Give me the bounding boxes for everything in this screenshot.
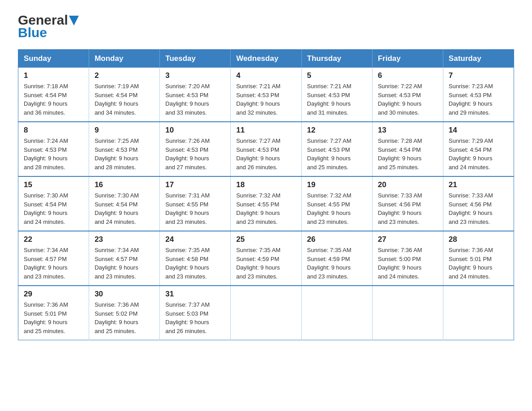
day-number: 24 [165,235,225,244]
day-info: Sunrise: 7:27 AMSunset: 4:53 PMDaylight:… [307,137,352,171]
day-number: 11 [236,126,296,135]
day-info: Sunrise: 7:32 AMSunset: 4:55 PMDaylight:… [236,192,280,225]
calendar-cell: 19 Sunrise: 7:32 AMSunset: 4:55 PMDaylig… [301,176,372,231]
calendar-cell: 15 Sunrise: 7:30 AMSunset: 4:54 PMDaylig… [18,176,89,231]
calendar-cell: 4 Sunrise: 7:21 AMSunset: 4:53 PMDayligh… [231,68,301,122]
day-info: Sunrise: 7:21 AMSunset: 4:53 PMDaylight:… [307,83,352,116]
calendar-cell: 18 Sunrise: 7:32 AMSunset: 4:55 PMDaylig… [231,176,301,231]
column-header-wednesday: Wednesday [231,50,301,68]
calendar-week-row: 22 Sunrise: 7:34 AMSunset: 4:57 PMDaylig… [18,231,514,286]
day-number: 17 [165,180,225,189]
day-info: Sunrise: 7:20 AMSunset: 4:53 PMDaylight:… [165,83,210,116]
day-number: 2 [94,71,154,80]
day-info: Sunrise: 7:27 AMSunset: 4:53 PMDaylight:… [236,137,280,171]
calendar-cell: 24 Sunrise: 7:35 AMSunset: 4:58 PMDaylig… [160,231,231,286]
day-number: 4 [236,71,296,80]
calendar-cell: 29 Sunrise: 7:36 AMSunset: 5:01 PMDaylig… [18,286,89,340]
day-info: Sunrise: 7:33 AMSunset: 4:56 PMDaylight:… [378,192,422,225]
calendar-cell: 30 Sunrise: 7:36 AMSunset: 5:02 PMDaylig… [89,286,160,340]
day-number: 3 [165,71,225,80]
calendar-cell: 22 Sunrise: 7:34 AMSunset: 4:57 PMDaylig… [18,231,89,286]
column-header-tuesday: Tuesday [160,50,231,68]
day-info: Sunrise: 7:33 AMSunset: 4:56 PMDaylight:… [449,192,493,225]
day-info: Sunrise: 7:22 AMSunset: 4:53 PMDaylight:… [378,83,422,116]
day-info: Sunrise: 7:36 AMSunset: 5:01 PMDaylight:… [449,247,493,280]
calendar-cell: 8 Sunrise: 7:24 AMSunset: 4:53 PMDayligh… [18,122,89,176]
day-info: Sunrise: 7:21 AMSunset: 4:53 PMDaylight:… [236,83,280,116]
calendar-cell: 2 Sunrise: 7:19 AMSunset: 4:54 PMDayligh… [89,68,160,122]
day-info: Sunrise: 7:26 AMSunset: 4:53 PMDaylight:… [165,137,210,171]
calendar-cell: 20 Sunrise: 7:33 AMSunset: 4:56 PMDaylig… [372,176,443,231]
column-header-thursday: Thursday [301,50,372,68]
calendar-cell: 23 Sunrise: 7:34 AMSunset: 4:57 PMDaylig… [89,231,160,286]
day-info: Sunrise: 7:29 AMSunset: 4:54 PMDaylight:… [449,137,493,171]
day-number: 19 [307,180,367,189]
day-number: 8 [24,126,83,135]
day-number: 12 [307,126,367,135]
logo-blue: Blue [18,25,47,40]
day-number: 15 [24,180,83,189]
day-number: 7 [449,71,508,80]
calendar-cell [443,286,514,340]
calendar-cell: 26 Sunrise: 7:35 AMSunset: 4:59 PMDaylig… [301,231,372,286]
calendar-cell: 11 Sunrise: 7:27 AMSunset: 4:53 PMDaylig… [231,122,301,176]
day-info: Sunrise: 7:24 AMSunset: 4:53 PMDaylight:… [24,137,68,171]
day-info: Sunrise: 7:34 AMSunset: 4:57 PMDaylight:… [24,247,68,280]
logo: General Blue [18,13,79,40]
svg-marker-0 [69,16,79,26]
calendar-cell: 17 Sunrise: 7:31 AMSunset: 4:55 PMDaylig… [160,176,231,231]
calendar-cell: 14 Sunrise: 7:29 AMSunset: 4:54 PMDaylig… [443,122,514,176]
day-info: Sunrise: 7:19 AMSunset: 4:54 PMDaylight:… [94,83,139,116]
page-header: General Blue [18,13,514,40]
day-number: 9 [94,126,154,135]
calendar-cell: 9 Sunrise: 7:25 AMSunset: 4:53 PMDayligh… [89,122,160,176]
day-info: Sunrise: 7:31 AMSunset: 4:55 PMDaylight:… [165,192,210,225]
column-header-friday: Friday [372,50,443,68]
calendar-table: SundayMondayTuesdayWednesdayThursdayFrid… [18,49,514,340]
calendar-week-row: 1 Sunrise: 7:18 AMSunset: 4:54 PMDayligh… [18,68,514,122]
day-info: Sunrise: 7:28 AMSunset: 4:54 PMDaylight:… [378,137,422,171]
day-number: 10 [165,126,225,135]
calendar-cell [372,286,443,340]
day-number: 28 [449,235,508,244]
calendar-week-row: 15 Sunrise: 7:30 AMSunset: 4:54 PMDaylig… [18,176,514,231]
day-number: 26 [307,235,367,244]
day-info: Sunrise: 7:34 AMSunset: 4:57 PMDaylight:… [94,247,139,280]
calendar-cell [231,286,301,340]
calendar-cell: 27 Sunrise: 7:36 AMSunset: 5:00 PMDaylig… [372,231,443,286]
day-info: Sunrise: 7:23 AMSunset: 4:53 PMDaylight:… [449,83,493,116]
day-number: 23 [94,235,154,244]
day-number: 1 [24,71,83,80]
day-number: 5 [307,71,367,80]
day-number: 16 [94,180,154,189]
calendar-week-row: 8 Sunrise: 7:24 AMSunset: 4:53 PMDayligh… [18,122,514,176]
logo-triangle-icon [69,16,79,26]
day-info: Sunrise: 7:35 AMSunset: 4:59 PMDaylight:… [307,247,352,280]
day-info: Sunrise: 7:18 AMSunset: 4:54 PMDaylight:… [24,83,68,116]
calendar-cell: 7 Sunrise: 7:23 AMSunset: 4:53 PMDayligh… [443,68,514,122]
day-number: 21 [449,180,508,189]
calendar-cell: 28 Sunrise: 7:36 AMSunset: 5:01 PMDaylig… [443,231,514,286]
day-number: 20 [378,180,438,189]
calendar-cell: 5 Sunrise: 7:21 AMSunset: 4:53 PMDayligh… [301,68,372,122]
day-info: Sunrise: 7:25 AMSunset: 4:53 PMDaylight:… [94,137,139,171]
day-number: 30 [94,290,154,299]
day-number: 6 [378,71,438,80]
calendar-cell: 3 Sunrise: 7:20 AMSunset: 4:53 PMDayligh… [160,68,231,122]
day-info: Sunrise: 7:36 AMSunset: 5:00 PMDaylight:… [378,247,422,280]
day-info: Sunrise: 7:30 AMSunset: 4:54 PMDaylight:… [94,192,139,225]
calendar-cell: 21 Sunrise: 7:33 AMSunset: 4:56 PMDaylig… [443,176,514,231]
day-number: 14 [449,126,508,135]
day-number: 25 [236,235,296,244]
column-header-saturday: Saturday [443,50,514,68]
day-info: Sunrise: 7:35 AMSunset: 4:58 PMDaylight:… [165,247,210,280]
day-number: 18 [236,180,296,189]
day-info: Sunrise: 7:36 AMSunset: 5:02 PMDaylight:… [94,301,139,334]
calendar-cell: 31 Sunrise: 7:37 AMSunset: 5:03 PMDaylig… [160,286,231,340]
calendar-cell: 13 Sunrise: 7:28 AMSunset: 4:54 PMDaylig… [372,122,443,176]
day-info: Sunrise: 7:35 AMSunset: 4:59 PMDaylight:… [236,247,280,280]
day-info: Sunrise: 7:36 AMSunset: 5:01 PMDaylight:… [24,301,68,334]
column-header-sunday: Sunday [18,50,89,68]
day-number: 22 [24,235,83,244]
calendar-header-row: SundayMondayTuesdayWednesdayThursdayFrid… [18,50,514,68]
